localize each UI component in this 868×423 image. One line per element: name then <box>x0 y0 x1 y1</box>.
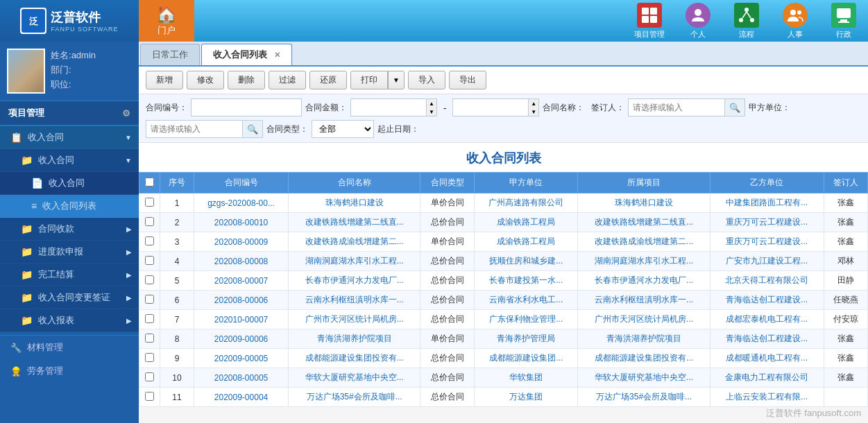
nav-admin[interactable]: 行政 <box>819 0 868 43</box>
row-party-a[interactable]: 万达集团 <box>474 388 578 407</box>
row-party-b[interactable]: 重庆万可云工程建设... <box>710 232 824 252</box>
row-contract-no[interactable]: 202008-00010 <box>194 213 289 232</box>
tab-daily-work[interactable]: 日常工作 <box>140 44 200 65</box>
sidebar-item-income-contract-sub[interactable]: 📁 收入合同 ▼ <box>0 149 139 172</box>
row-party-b[interactable]: 上临云安装工程有限... <box>710 388 824 407</box>
row-party-a[interactable]: 成渝铁路工程局 <box>474 213 578 232</box>
signer-search-button[interactable]: 🔍 <box>725 98 745 116</box>
row-party-a[interactable]: 抚顺住房和城乡建... <box>474 252 578 271</box>
row-contract-no[interactable]: 202008-00009 <box>194 232 289 252</box>
row-contract-no[interactable]: 202009-00006 <box>194 329 289 349</box>
edit-button[interactable]: 修改 <box>187 71 224 89</box>
tab-close-icon[interactable]: ✕ <box>274 51 280 59</box>
row-checkbox[interactable] <box>145 314 154 323</box>
row-contract-no[interactable]: 202008-00007 <box>194 271 289 291</box>
row-checkbox[interactable] <box>145 392 154 401</box>
arrow-down-icon-2[interactable]: ▼ <box>529 107 538 116</box>
arrow-up-icon-2[interactable]: ▲ <box>529 99 538 107</box>
row-checkbox[interactable] <box>145 256 154 265</box>
sidebar-item-income-contract-list[interactable]: ≡ 收入合同列表 <box>0 195 139 218</box>
row-party-a[interactable]: 华软集团 <box>474 368 578 388</box>
row-contract-no[interactable]: 202008-00006 <box>194 291 289 310</box>
sidebar-item-materials[interactable]: 🔧 材料管理 <box>0 336 139 359</box>
row-project[interactable]: 广州市天河区统计局机房... <box>578 310 710 329</box>
sidebar-item-completion[interactable]: 📁 完工结算 ▶ <box>0 264 139 286</box>
row-party-b[interactable]: 青海临达创工程建设... <box>710 291 824 310</box>
row-contract-name[interactable]: 万达广场35#会所及咖啡... <box>289 388 420 407</box>
amount-from-input[interactable] <box>350 98 427 116</box>
sidebar-item-income-report[interactable]: 📁 收入报表 ▶ <box>0 309 139 332</box>
tab-income-contract-list[interactable]: 收入合同列表 ✕ <box>201 44 292 65</box>
row-contract-name[interactable]: 改建铁路成渝线增建第二... <box>289 232 420 252</box>
select-all-checkbox[interactable] <box>145 178 154 187</box>
row-party-b[interactable]: 重庆万可云工程建设... <box>710 213 824 232</box>
filter-button[interactable]: 过滤 <box>269 71 306 89</box>
row-contract-name[interactable]: 青海洪湖养护院项目 <box>289 329 420 349</box>
sidebar-item-contract-collection[interactable]: 📁 合同收款 ▶ <box>0 218 139 241</box>
row-project[interactable]: 万达广场35#会所及咖啡... <box>578 388 710 407</box>
row-project[interactable]: 成都能源建设集团投资有... <box>578 349 710 368</box>
print-button[interactable]: 打印 <box>350 71 388 89</box>
row-party-b[interactable]: 青海临达创工程建设... <box>710 329 824 349</box>
row-contract-name[interactable]: 长春市伊通河水力发电厂... <box>289 271 420 291</box>
row-contract-name[interactable]: 珠海鹤港口建设 <box>289 193 420 213</box>
row-project[interactable]: 珠海鹤港口建设 <box>578 193 710 213</box>
row-checkbox[interactable] <box>145 372 154 381</box>
row-party-b[interactable]: 金康电力工程有限公司 <box>710 368 824 388</box>
row-party-b[interactable]: 中建集团路面工程有... <box>710 193 824 213</box>
row-party-a[interactable]: 广州高速路有限公司 <box>474 193 578 213</box>
row-contract-name[interactable]: 改建铁路线增建第二线直... <box>289 213 420 232</box>
new-button[interactable]: 新增 <box>146 71 183 89</box>
row-party-b[interactable]: 成都宏泰机电工程有... <box>710 310 824 329</box>
row-contract-name[interactable]: 广州市天河区统计局机房... <box>289 310 420 329</box>
gear-icon[interactable]: ⚙ <box>122 108 130 119</box>
row-contract-no[interactable]: 202008-00008 <box>194 252 289 271</box>
row-project[interactable]: 湖南洞庭湖水库引水工程... <box>578 252 710 271</box>
restore-button[interactable]: 还原 <box>309 71 347 89</box>
row-project[interactable]: 改建铁路线增建第二线直... <box>578 213 710 232</box>
row-checkbox[interactable] <box>145 275 154 284</box>
row-party-b[interactable]: 北京天得工程有限公司 <box>710 271 824 291</box>
row-checkbox[interactable] <box>145 198 154 207</box>
arrow-down-icon[interactable]: ▼ <box>427 107 436 116</box>
row-party-b[interactable]: 成都暖通机电工程有... <box>710 349 824 368</box>
party-a-input[interactable] <box>146 120 243 138</box>
party-a-search-button[interactable]: 🔍 <box>243 120 263 138</box>
row-project[interactable]: 改建铁路成渝线增建第二... <box>578 232 710 252</box>
row-party-a[interactable]: 长春市建投第一水... <box>474 271 578 291</box>
contract-no-input[interactable] <box>191 98 302 116</box>
row-party-a[interactable]: 云南省水利水电工... <box>474 291 578 310</box>
row-party-a[interactable]: 成都能源建设集团... <box>474 349 578 368</box>
home-nav[interactable]: 🏠 门户 <box>139 0 194 42</box>
row-contract-no[interactable]: 202008-00005 <box>194 368 289 388</box>
sidebar-item-labor[interactable]: 👷 劳务管理 <box>0 359 139 383</box>
delete-button[interactable]: 删除 <box>228 71 265 89</box>
row-checkbox[interactable] <box>145 295 154 304</box>
row-contract-no[interactable]: gzgs-202008-00... <box>194 193 289 213</box>
signer-input[interactable] <box>628 98 725 116</box>
row-project[interactable]: 青海洪湖养护院项目 <box>578 329 710 349</box>
amount-to-input[interactable] <box>452 98 529 116</box>
row-checkbox[interactable] <box>145 353 154 362</box>
export-button[interactable]: 导出 <box>449 71 486 89</box>
row-contract-name[interactable]: 湖南洞庭湖水库引水工程... <box>289 252 420 271</box>
sidebar-item-income-contract-detail[interactable]: 📄 收入合同 <box>0 172 139 195</box>
row-checkbox[interactable] <box>145 236 154 245</box>
import-button[interactable]: 导入 <box>408 71 445 89</box>
nav-flow[interactable]: 流程 <box>722 0 771 43</box>
arrow-up-icon[interactable]: ▲ <box>427 99 436 107</box>
nav-person[interactable]: 个人 <box>674 0 722 43</box>
row-project[interactable]: 长春市伊通河水力发电厂... <box>578 271 710 291</box>
row-contract-name[interactable]: 云南水利枢纽滇明水库一... <box>289 291 420 310</box>
contract-type-select[interactable]: 全部 单价合同 总价合同 <box>312 120 374 138</box>
row-contract-no[interactable]: 202009-00005 <box>194 349 289 368</box>
row-party-b[interactable]: 广安市九江建设工程... <box>710 252 824 271</box>
row-party-a[interactable]: 广东保利物业管理... <box>474 310 578 329</box>
row-contract-name[interactable]: 华软大厦研究基地中央空... <box>289 368 420 388</box>
sidebar-item-income-contract[interactable]: 📋 收入合同 ▼ <box>0 126 139 149</box>
row-project[interactable]: 华软大厦研究基地中央空... <box>578 368 710 388</box>
row-contract-name[interactable]: 成都能源建设集团投资有... <box>289 349 420 368</box>
row-checkbox[interactable] <box>145 334 154 343</box>
row-party-a[interactable]: 青海养护管理局 <box>474 329 578 349</box>
sidebar-item-contract-change[interactable]: 📁 收入合同变更签证 ▶ <box>0 286 139 309</box>
